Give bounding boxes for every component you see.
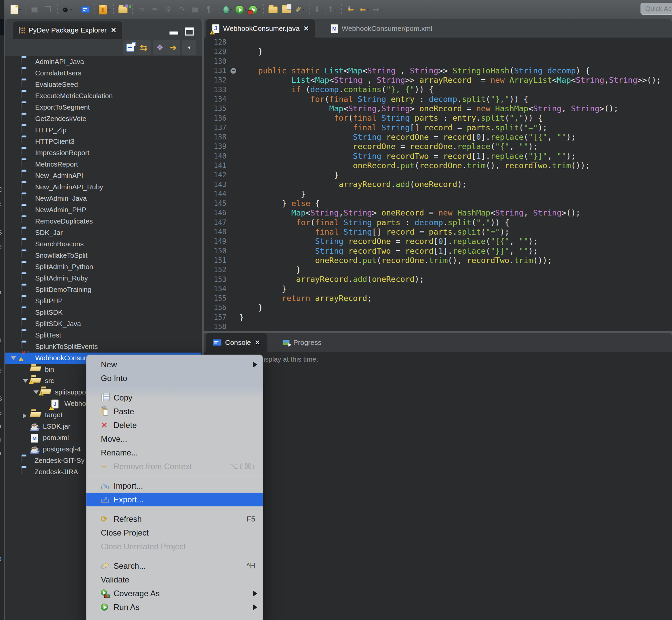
menu-item-remove-from-context[interactable]: ➥Remove from Context⌥⇧⌘↓ [87, 460, 263, 473]
marker-button[interactable]: ✐▾ [294, 2, 306, 17]
fold-collapse-icon[interactable]: − [230, 68, 236, 74]
menu-item-close-project[interactable]: Close Project [87, 526, 263, 539]
user-profile-button[interactable]: ☻▾ [61, 2, 73, 17]
close-icon[interactable]: ✕ [255, 339, 260, 347]
tree-item-executemetriccalculation[interactable]: ExecuteMetricCalculation [5, 91, 202, 102]
minimize-button[interactable] [169, 32, 178, 35]
save-button[interactable]: ▦ [29, 2, 41, 17]
collapse-arrow-icon[interactable] [11, 356, 16, 360]
collapse-arrow-icon[interactable] [23, 379, 28, 383]
console-tab-progress[interactable]: Progress [276, 333, 328, 352]
editor-tab-webhookconsumer-java[interactable]: J!WebhookConsumer.java✕ [206, 19, 315, 38]
menu-item-paste[interactable]: Paste [87, 405, 263, 418]
menu-item-rename[interactable]: Rename... [87, 446, 263, 460]
debug-beetle-button[interactable]: ▾ [221, 2, 233, 17]
tree-item-getzendeskvote[interactable]: GetZendeskVote [5, 113, 202, 125]
back-annotation-button[interactable]: ⬅ [345, 2, 357, 17]
pull-down-button[interactable]: ⬇▾ [313, 2, 325, 17]
tree-item-splittest[interactable]: SplitTest [5, 330, 202, 341]
dropdown-caret-icon[interactable]: ▾ [19, 7, 21, 12]
code-editor[interactable]: 128129 }130131− public static List<Map<S… [204, 38, 672, 331]
tree-item-searchbeacons[interactable]: SearchBeacons [5, 239, 202, 250]
console-view-button[interactable] [79, 2, 92, 17]
tab-pydev-package-explorer[interactable]: PyDev Package Explorer ✕ [13, 21, 122, 39]
open-resource-folder-button[interactable] [117, 2, 129, 17]
tree-item-splitadmin-ruby[interactable]: SplitAdmin_Ruby [5, 273, 202, 284]
tree-item-removeduplicates[interactable]: RemoveDuplicates [5, 216, 202, 227]
dropdown-caret-icon[interactable]: ▾ [367, 7, 369, 12]
menu-item-copy[interactable]: Copy [87, 391, 263, 405]
open-folder-button[interactable] [267, 2, 279, 17]
tree-item-splunktosplitevents[interactable]: SplunkToSplitEvents [5, 341, 202, 353]
close-icon[interactable]: ✕ [111, 26, 116, 34]
tree-item-metricsreport[interactable]: MetricsReport [5, 159, 202, 170]
dropdown-caret-icon[interactable]: ▾ [245, 7, 247, 12]
focus-on-task-button[interactable]: ➜ [168, 43, 178, 52]
menu-item-export[interactable]: ↗Export... [87, 493, 263, 506]
save-all-button[interactable]: ❐ [42, 2, 54, 17]
profile-button[interactable]: ▾ [248, 2, 260, 17]
tree-item-new-adminapi-ruby[interactable]: New_AdminAPI_Ruby [5, 182, 202, 193]
tree-item-splitsdk[interactable]: SplitSDK [5, 307, 202, 318]
menu-item-new[interactable]: New [87, 358, 263, 371]
close-icon[interactable]: ✕ [303, 24, 309, 33]
console-tab-console[interactable]: Console✕ [206, 333, 267, 352]
team-stamp-button[interactable]: TC [136, 2, 148, 17]
tree-item-splitadmin-python[interactable]: SplitAdmin_Python [5, 261, 202, 273]
menu-item-move[interactable]: Move... [87, 432, 263, 446]
tree-item-snowflaketosplit[interactable]: SnowflakeToSplit [5, 250, 202, 261]
expand-arrow-icon[interactable] [23, 413, 26, 419]
menu-item-coverage-as[interactable]: Coverage As [87, 586, 263, 600]
tree-item-correlateusers[interactable]: CorrelateUsers [5, 68, 202, 79]
maximize-button[interactable] [185, 28, 193, 36]
tree-item-splitdemotraining[interactable]: SplitDemoTraining [5, 284, 202, 296]
menu-item-close-unrelated-project[interactable]: Close Unrelated Project [87, 539, 263, 553]
tree-item-splitsdk-java[interactable]: SplitSDK_Java [5, 318, 202, 330]
view-menu-button[interactable]: ▼ [184, 45, 194, 50]
tree-item-exporttosegment[interactable]: ExportToSegment [5, 102, 202, 113]
menu-item-refresh[interactable]: ⟳RefreshF5 [87, 512, 263, 526]
pull-up-button[interactable]: ⬆▾ [326, 2, 338, 17]
tree-item-impressionreport[interactable]: ImpressionReport [5, 148, 202, 159]
menu-item-delete[interactable]: ✕Delete [87, 418, 263, 432]
dropdown-caret-icon[interactable]: ▾ [70, 7, 72, 12]
dropdown-caret-icon[interactable]: ▾ [258, 7, 260, 12]
menu-item-run-as[interactable]: Run As [87, 600, 263, 614]
back-button[interactable]: ⬅▾ [358, 2, 370, 17]
tree-item-newadmin-php[interactable]: NewAdmin_PHP [5, 204, 202, 216]
doc-list-button[interactable]: ▤ [189, 2, 201, 17]
tree-item-new-adminapi[interactable]: New_AdminAPI [5, 170, 202, 182]
dropdown-caret-icon[interactable]: ▾ [335, 7, 337, 12]
collapse-all-button[interactable] [125, 44, 135, 52]
tree-item-http-zip[interactable]: HTTP_Zip [5, 125, 202, 136]
link-with-editor-button[interactable]: ⇆ [139, 43, 149, 53]
pilcrow-button[interactable]: ¶ [203, 2, 215, 17]
checkstyle-button[interactable]: ▾ [98, 2, 110, 17]
filters-button[interactable]: ❖ [155, 43, 165, 52]
clipboard-folder-button[interactable] [280, 2, 292, 17]
new-wizard-button[interactable]: ▾ [10, 2, 22, 17]
tree-item-adminapi-java[interactable]: AdminAPI_Java [5, 56, 202, 68]
dropdown-caret-icon[interactable]: ▾ [230, 7, 232, 12]
menu-item-validate[interactable]: Validate [87, 573, 263, 586]
run-button[interactable]: ▾ [235, 2, 247, 17]
tree-item-newadmin-java[interactable]: NewAdmin_Java [5, 193, 202, 204]
tree-item-evaluateseed[interactable]: EvaluateSeed [5, 79, 202, 91]
menu-item-import[interactable]: ↘Import... [87, 479, 263, 493]
dropdown-caret-icon[interactable]: ▾ [380, 7, 382, 12]
feather-pen-button[interactable]: ✒ [149, 2, 161, 17]
menu-item-search[interactable]: Search...^H [87, 559, 263, 573]
collapse-arrow-icon[interactable] [34, 391, 39, 394]
bug-pair-button[interactable]: ❊ [163, 2, 174, 17]
tree-item-sdk-jar[interactable]: SDK_Jar [5, 227, 202, 239]
quick-access-box[interactable]: Quick Access [640, 3, 672, 15]
dropdown-caret-icon[interactable]: ▾ [108, 7, 110, 12]
editor-tab-webhookconsumer-pom-xml[interactable]: MWebhookConsumer/pom.xml [325, 19, 438, 38]
dropdown-caret-icon[interactable]: ▾ [321, 7, 323, 12]
doc-forward-button[interactable]: ↷ [176, 2, 188, 17]
tree-item-splitphp[interactable]: SplitPHP [5, 296, 202, 307]
dropdown-caret-icon[interactable]: ▾ [302, 7, 304, 12]
menu-item-go-into[interactable]: Go Into [87, 371, 263, 385]
forward-button[interactable]: ➡▾ [372, 2, 384, 17]
tree-item-httpclient3[interactable]: HTTPClient3 [5, 136, 202, 148]
